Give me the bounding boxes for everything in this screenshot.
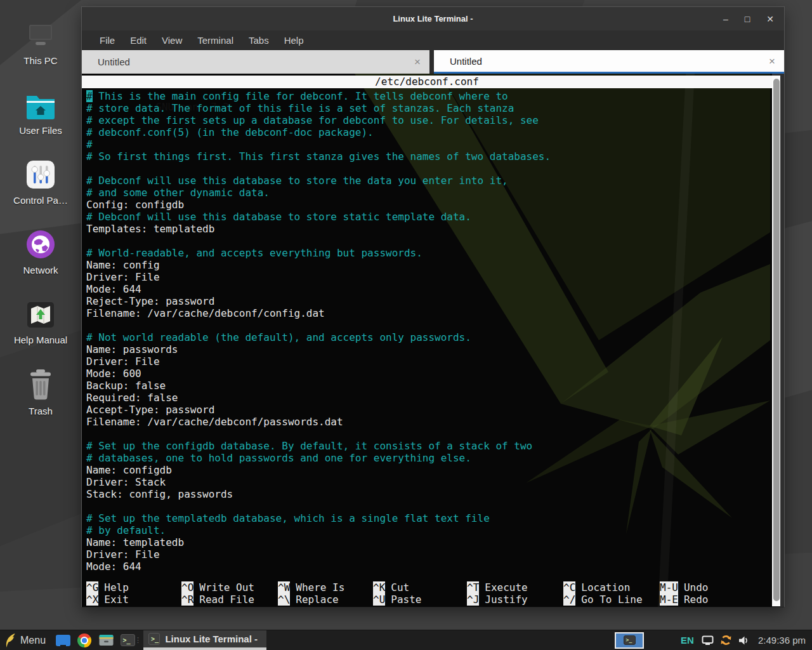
- editor-line: Reject-Type: password: [86, 295, 772, 307]
- keyboard-layout-indicator[interactable]: EN: [681, 635, 694, 646]
- shortcut-key: ^/: [563, 594, 575, 606]
- window-title: Linux Lite Terminal -: [393, 14, 473, 23]
- taskbar-window-button[interactable]: >_ Linux Lite Terminal -: [143, 630, 266, 650]
- nano-file-path: /etc/debconf.conf: [82, 76, 772, 88]
- workspace-pager[interactable]: >_: [615, 632, 644, 649]
- editor-line: # databases, one to hold passwords and o…: [86, 452, 772, 464]
- scrollbar-thumb[interactable]: [773, 79, 780, 601]
- nano-shortcut: ^XExit: [86, 594, 181, 606]
- shortcut-key: M-E: [660, 594, 678, 606]
- editor-line: Required: false: [86, 392, 772, 404]
- terminal-icon: >_: [624, 635, 636, 645]
- nano-shortcut: ^/Go To Line: [563, 594, 660, 606]
- nano-shortcut: M-ERedo: [660, 594, 769, 606]
- editor-line: Driver: File: [86, 548, 772, 560]
- shortcut-key: ^O: [181, 581, 193, 594]
- nano-shortcut-bar: ^GHelp^OWrite Out^WWhere Is^KCut^TExecut…: [86, 581, 769, 606]
- manual-icon: [26, 296, 55, 329]
- shortcut-label: Justify: [479, 594, 527, 606]
- menu-tabs[interactable]: Tabs: [242, 33, 275, 48]
- display-tray-icon[interactable]: [702, 635, 714, 645]
- desktop-icon-label: Help Manual: [14, 335, 67, 345]
- tab-untitled-2[interactable]: Untitled ×: [434, 50, 784, 74]
- desktop-icon-trash[interactable]: Trash: [0, 367, 81, 433]
- menu-view[interactable]: View: [155, 33, 188, 48]
- minimize-button[interactable]: –: [723, 15, 728, 23]
- menu-terminal[interactable]: Terminal: [191, 33, 240, 48]
- desktop-icon-user-files[interactable]: User Files: [0, 86, 81, 152]
- editor-line: # Set up the templatedb database, which …: [86, 512, 772, 524]
- editor-line: [86, 162, 772, 175]
- terminal-window: Linux Lite Terminal - – □ ✕ File Edit Vi…: [81, 6, 785, 607]
- editor-line: Templates: templatedb: [86, 223, 772, 235]
- desktop-screen: This PC User Files Control Pa… Network H…: [0, 0, 812, 650]
- tab-label: Untitled: [98, 56, 407, 67]
- editor-line: # except the first sets up a database fo…: [86, 114, 772, 126]
- tab-bar: Untitled × Untitled ×: [82, 50, 784, 74]
- shortcut-label: Execute: [479, 581, 527, 594]
- file-manager-icon: [56, 635, 70, 646]
- panel-handle: ⋮⋮: [138, 630, 143, 650]
- editor-line: # So first things first. This first stan…: [86, 150, 772, 162]
- scrollbar-track[interactable]: [772, 76, 780, 606]
- nano-shortcut: ^\Replace: [278, 594, 373, 606]
- file-manager-launcher[interactable]: [52, 630, 74, 650]
- editor-line: Mode: 644: [86, 560, 772, 573]
- desktop-icon-label: This PC: [23, 55, 57, 66]
- tab-label: Untitled: [450, 56, 761, 67]
- desktop-icon-help-manual[interactable]: Help Manual: [0, 296, 81, 362]
- editor-line: # Not world readable (the default), and …: [86, 331, 772, 343]
- nano-shortcut: ^OWrite Out: [181, 581, 278, 594]
- shortcut-key: ^R: [181, 594, 193, 606]
- shortcut-key: ^K: [373, 581, 385, 594]
- tab-close-icon[interactable]: ×: [414, 56, 421, 67]
- editor-line: [86, 428, 772, 440]
- close-button[interactable]: ✕: [766, 15, 774, 23]
- shortcut-label: Help: [98, 581, 129, 594]
- shortcut-label: Go To Line: [575, 594, 642, 606]
- updates-tray-icon[interactable]: [720, 634, 732, 646]
- terminal-icon: >_: [148, 633, 160, 645]
- nano-shortcut: ^KCut: [373, 581, 467, 594]
- volume-tray-icon[interactable]: [738, 635, 749, 646]
- taskbar: Menu >_ ⋮⋮ >_ Linux Lite Terminal - >_ E…: [0, 630, 812, 650]
- nano-shortcut: ^JJustify: [467, 594, 563, 606]
- menu-label: Menu: [20, 635, 46, 646]
- tab-untitled-1[interactable]: Untitled ×: [82, 50, 429, 74]
- globe-icon: [26, 226, 55, 259]
- desktop-icon-control-panel[interactable]: Control Pa…: [0, 156, 81, 222]
- editor-line: # Set up the configdb database. By defau…: [86, 440, 772, 452]
- editor-line: Mode: 600: [86, 368, 772, 380]
- editor-line: Config: configdb: [86, 199, 772, 211]
- desktop-icon-network[interactable]: Network: [0, 226, 81, 292]
- editor-line: [86, 500, 772, 512]
- menu-file[interactable]: File: [93, 33, 121, 48]
- chrome-icon: [77, 633, 91, 647]
- archive-launcher[interactable]: [95, 630, 117, 650]
- nano-shortcut: ^TExecute: [467, 581, 563, 594]
- maximize-button[interactable]: □: [745, 15, 750, 23]
- desktop-icon-this-pc[interactable]: This PC: [0, 17, 81, 83]
- menu-help[interactable]: Help: [278, 33, 310, 48]
- terminal-content[interactable]: /etc/debconf.conf GNU nano 7.2 # This is…: [82, 74, 772, 607]
- menu-edit[interactable]: Edit: [124, 33, 153, 48]
- start-menu-button[interactable]: Menu: [0, 630, 52, 650]
- shortcut-label: Where Is: [290, 581, 344, 594]
- editor-line: Filename: /var/cache/debconf/passwords.d…: [86, 416, 772, 428]
- nano-shortcut-row: ^XExit^RRead File^\Replace^UPaste^JJusti…: [86, 594, 769, 606]
- shortcut-key: ^J: [467, 594, 479, 606]
- window-titlebar[interactable]: Linux Lite Terminal - – □ ✕: [82, 7, 784, 30]
- editor-line: Name: passwords: [86, 343, 772, 355]
- tab-close-icon[interactable]: ×: [769, 56, 775, 67]
- editor-line: # This is the main config file for debco…: [86, 90, 772, 102]
- editor-line: # debconf.conf(5) (in the debconf-doc pa…: [86, 126, 772, 138]
- shortcut-label: Cut: [385, 581, 409, 594]
- editor-line: # Debconf will use this database to stor…: [86, 211, 772, 223]
- shortcut-label: Exit: [98, 594, 129, 606]
- chrome-launcher[interactable]: [74, 630, 95, 650]
- editor-line: [86, 319, 772, 331]
- clock[interactable]: 2:49:36 pm: [758, 635, 806, 646]
- editor-line: Filename: /var/cache/debconf/config.dat: [86, 307, 772, 319]
- shortcut-key: ^T: [467, 581, 479, 594]
- nano-shortcut: ^RRead File: [181, 594, 278, 606]
